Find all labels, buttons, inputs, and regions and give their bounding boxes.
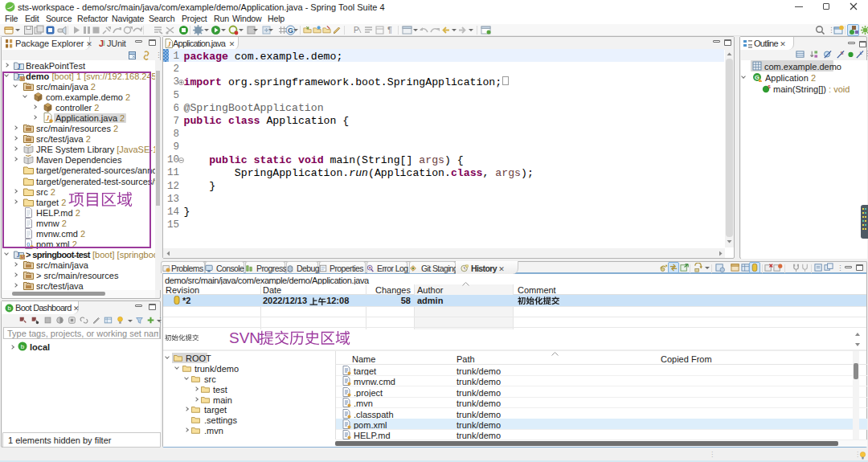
svg-text:b: b <box>21 343 25 350</box>
svg-text:G: G <box>288 27 293 35</box>
svg-text:P: P <box>354 26 359 35</box>
svg-text:s: s <box>768 84 771 89</box>
svg-text:J: J <box>17 251 20 259</box>
svg-text:b: b <box>7 305 10 312</box>
svg-text:J: J <box>18 63 21 71</box>
